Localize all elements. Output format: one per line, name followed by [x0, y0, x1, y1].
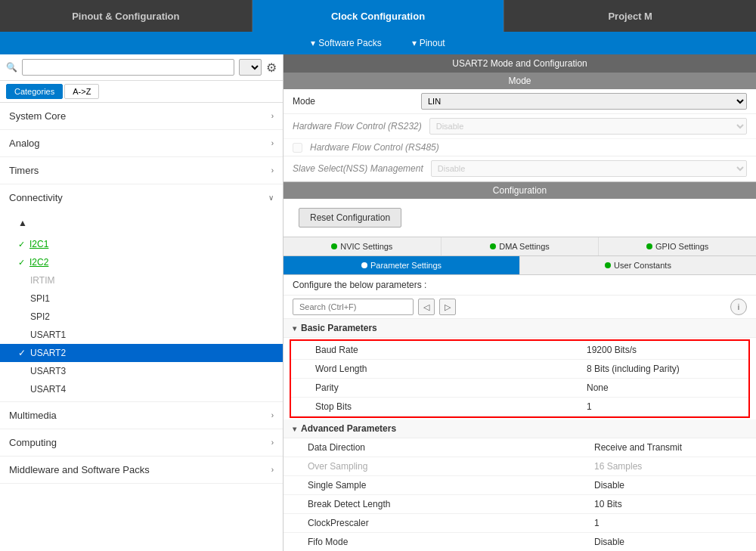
- sidebar-item-computing[interactable]: Computing ›: [0, 429, 283, 456]
- tab-gpio[interactable]: GPIO Settings: [599, 237, 756, 255]
- sub-nav-pinout[interactable]: ▾ Pinout: [412, 38, 445, 48]
- sidebar-item-usart4[interactable]: USART4: [0, 380, 283, 398]
- nav-pinout[interactable]: Pinout & Configuration: [0, 0, 253, 32]
- right-panel: USART2 Mode and Configuration Mode Mode …: [284, 54, 756, 551]
- sidebar-category-connectivity: Connectivity ∨ ▲ ✓ I2C1 ✓ I2C2: [0, 184, 283, 402]
- chevron-down-icon: ▾: [293, 425, 296, 433]
- basic-params-highlighted: Baud Rate 19200 Bits/s Word Length 8 Bit…: [290, 339, 750, 418]
- tab-nvic[interactable]: NVIC Settings: [284, 237, 442, 255]
- placeholder-icon: [18, 384, 26, 395]
- sidebar-item-i2c2[interactable]: ✓ I2C2: [0, 253, 283, 271]
- slave-nss-label: Slave Select(NSS) Management: [293, 163, 423, 174]
- sidebar-item-usart1[interactable]: USART1: [0, 326, 283, 344]
- sidebar-item-system-core[interactable]: System Core ›: [0, 103, 283, 129]
- main-layout: 🔍 ⚙ Categories A->Z System Core ›: [0, 54, 756, 551]
- chevron-right-icon: ›: [271, 411, 274, 419]
- sidebar-category-system-core: System Core ›: [0, 103, 283, 130]
- tab-parameter-settings[interactable]: Parameter Settings: [284, 256, 520, 274]
- search-icon: 🔍: [6, 62, 17, 73]
- sub-nav-software-packs[interactable]: ▾ Software Packs: [311, 38, 381, 48]
- connectivity-sub-items: ▲ ✓ I2C1 ✓ I2C2 IRTIM: [0, 211, 283, 401]
- sidebar-item-middleware[interactable]: Middleware and Software Packs ›: [0, 457, 283, 483]
- hw-flow-rs232-select: Disable: [429, 118, 747, 135]
- config-section: Configuration Reset Configuration NVIC S…: [284, 182, 756, 551]
- sidebar-item-connectivity[interactable]: Connectivity ∨: [0, 184, 283, 211]
- sidebar-item-spi2[interactable]: SPI2: [0, 308, 283, 326]
- mode-select[interactable]: LIN: [421, 93, 747, 110]
- nav-project[interactable]: Project M: [504, 0, 756, 32]
- left-panel: 🔍 ⚙ Categories A->Z System Core ›: [0, 54, 284, 551]
- status-dot: [646, 243, 652, 249]
- filter-tab-categories[interactable]: Categories: [6, 84, 63, 99]
- sidebar-category-analog: Analog ›: [0, 130, 283, 157]
- sidebar-item-irtim[interactable]: IRTIM: [0, 271, 283, 289]
- params-header: Configure the below parameters :: [284, 275, 756, 296]
- search-back-icon[interactable]: ◁: [418, 299, 435, 315]
- mode-row-nss: Slave Select(NSS) Management Disable: [284, 156, 756, 181]
- filter-tabs: Categories A->Z: [0, 81, 283, 103]
- check-icon: ✓: [18, 258, 25, 268]
- chevron-right-icon: ›: [271, 166, 274, 175]
- search-dropdown[interactable]: [239, 59, 262, 76]
- hw-flow-rs485-label: Hardware Flow Control (RS485): [310, 142, 439, 153]
- sidebar-item-spi1[interactable]: SPI1: [0, 289, 283, 308]
- param-row-data-direction: Data Direction Receive and Transmit: [284, 438, 756, 457]
- nav-clock[interactable]: Clock Configuration: [253, 0, 505, 32]
- placeholder-icon: [18, 275, 26, 286]
- reset-configuration-button[interactable]: Reset Configuration: [299, 208, 401, 228]
- chevron-right-icon: ›: [271, 139, 274, 147]
- slave-nss-select: Disable: [431, 160, 747, 177]
- param-row-fifo-mode: Fifo Mode Disable: [284, 533, 756, 551]
- sidebar-item-analog[interactable]: Analog ›: [0, 130, 283, 156]
- mode-row-hw485: Hardware Flow Control (RS485): [284, 139, 756, 156]
- chevron-down-icon: ∨: [268, 193, 274, 202]
- param-row-break-detect: Break Detect Length 10 Bits: [284, 495, 756, 514]
- sidebar-item-i2c1[interactable]: ✓ I2C1: [0, 235, 283, 253]
- status-dot: [605, 262, 611, 268]
- params-search-input[interactable]: [293, 299, 414, 315]
- sidebar-category-middleware: Middleware and Software Packs ›: [0, 457, 283, 484]
- param-row-single-sample: Single Sample Disable: [284, 476, 756, 495]
- search-bar: 🔍 ⚙: [0, 54, 283, 81]
- mode-row-hw232: Hardware Flow Control (RS232) Disable: [284, 114, 756, 139]
- mode-label: Mode: [293, 96, 414, 107]
- chevron-right-icon: ›: [271, 112, 274, 120]
- sidebar-item-multimedia[interactable]: Multimedia ›: [0, 402, 283, 429]
- chevron-down-icon: ▾: [293, 324, 296, 333]
- sidebar-item-timers[interactable]: Timers ›: [0, 157, 283, 184]
- param-row-over-sampling: Over Sampling 16 Samples: [284, 457, 756, 476]
- status-dot: [361, 262, 367, 268]
- params-content: ▾ Basic Parameters Baud Rate 19200 Bits/…: [284, 319, 756, 551]
- tab-dma[interactable]: DMA Settings: [442, 237, 600, 255]
- usart-title: USART2 Mode and Configuration: [284, 54, 756, 73]
- param-row-baud-rate: Baud Rate 19200 Bits/s: [291, 341, 748, 360]
- filter-tab-az[interactable]: A->Z: [64, 84, 99, 99]
- hw-flow-rs232-label: Hardware Flow Control (RS232): [293, 121, 422, 132]
- tab-user-constants[interactable]: User Constants: [520, 256, 756, 274]
- status-dot: [331, 243, 337, 249]
- mode-row-mode: Mode LIN: [284, 89, 756, 114]
- param-row-parity: Parity None: [291, 379, 748, 398]
- chevron-down-icon: ▾: [412, 38, 417, 48]
- info-icon[interactable]: i: [730, 299, 747, 315]
- search-input[interactable]: [22, 59, 234, 76]
- gear-icon[interactable]: ⚙: [266, 60, 277, 75]
- mode-section: Mode LIN Hardware Flow Control (RS232) D…: [284, 89, 756, 182]
- advanced-params-group-header[interactable]: ▾ Advanced Parameters: [284, 419, 756, 438]
- config-tabs-row1: NVIC Settings DMA Settings GPIO Settings: [284, 237, 756, 256]
- check-icon: ✓: [18, 240, 25, 249]
- check-icon: ✓: [18, 348, 26, 358]
- param-row-word-length: Word Length 8 Bits (including Parity): [291, 360, 748, 379]
- chevron-right-icon: ›: [271, 466, 274, 474]
- param-row-clockprescaler: ClockPrescaler 1: [284, 514, 756, 533]
- basic-params-group-header[interactable]: ▾ Basic Parameters: [284, 319, 756, 338]
- chevron-down-icon: ▾: [311, 38, 315, 48]
- placeholder-icon: [18, 293, 26, 304]
- hw-flow-rs485-checkbox[interactable]: [293, 143, 302, 153]
- search-forward-icon[interactable]: ▷: [439, 299, 456, 315]
- sidebar-category-timers: Timers ›: [0, 157, 283, 184]
- placeholder-icon: [18, 330, 26, 340]
- sidebar-item-usart2[interactable]: ✓ USART2: [0, 344, 283, 362]
- sidebar-item-usart3[interactable]: USART3: [0, 362, 283, 380]
- sidebar-item-collapse-arrow[interactable]: ▲: [0, 214, 283, 232]
